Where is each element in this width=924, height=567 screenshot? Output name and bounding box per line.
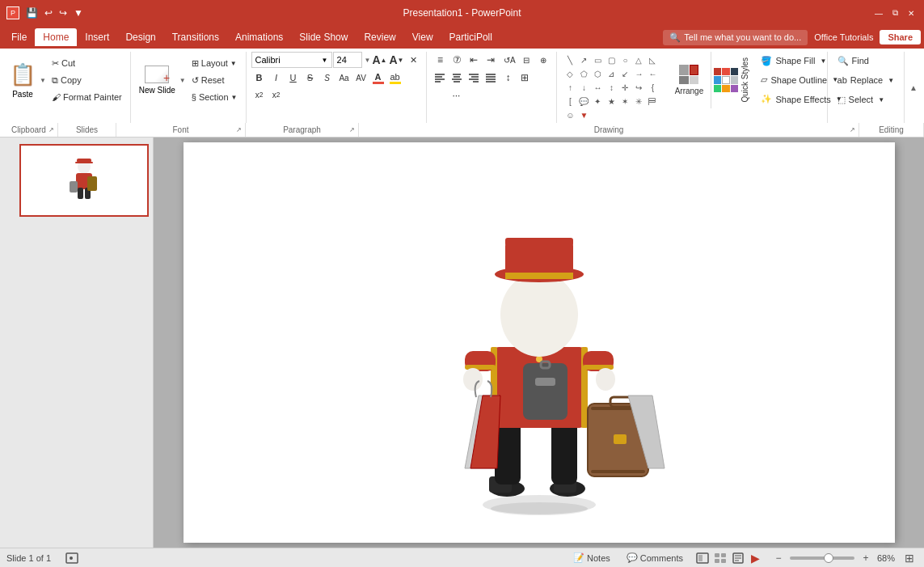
shape-pentagon[interactable]: ⬠ — [577, 67, 590, 80]
fit-to-window-button[interactable] — [61, 551, 83, 565]
shape-star6[interactable]: ✶ — [618, 95, 631, 108]
shape-down-arrow[interactable]: ↓ — [577, 81, 590, 94]
numbering-button[interactable]: ⑦ — [449, 52, 465, 68]
menu-design[interactable]: Design — [117, 28, 163, 46]
paste-button[interactable]: 📋 Paste — [6, 52, 39, 108]
slide-thumbnail-image[interactable] — [19, 144, 149, 217]
spacing-button[interactable]: AV — [353, 70, 369, 86]
shape-hexagon[interactable]: ⬡ — [591, 67, 604, 80]
superscript-button[interactable]: x2 — [268, 87, 285, 103]
ribbon-collapse-button[interactable]: ▲ — [905, 52, 922, 123]
slide-sorter-button[interactable] — [712, 551, 728, 565]
justify-button[interactable] — [483, 70, 499, 86]
find-button[interactable]: 🔍 Find — [833, 53, 900, 69]
shape-brace[interactable]: { — [646, 81, 659, 94]
drawing-expand-icon[interactable]: ↗ — [850, 126, 855, 133]
font-expand-icon[interactable]: ↗ — [236, 126, 242, 133]
canvas-area[interactable] — [154, 138, 924, 548]
quick-styles-button[interactable]: Quick Styles — [709, 56, 754, 104]
clipboard-expand-icon[interactable]: ↗ — [49, 126, 54, 133]
menu-review[interactable]: Review — [356, 28, 403, 46]
shape-arrow2[interactable]: ↙ — [618, 67, 631, 80]
menu-file[interactable]: File — [3, 28, 35, 46]
increase-font-button[interactable]: A▲ — [371, 52, 387, 68]
align-center-button[interactable] — [449, 70, 465, 86]
menu-transitions[interactable]: Transitions — [164, 28, 227, 46]
shape-star5[interactable]: ★ — [605, 95, 618, 108]
shape-arrow-line[interactable]: ↗ — [577, 53, 590, 66]
clear-format-button[interactable]: ✕ — [405, 52, 421, 68]
shape-lr-arrow[interactable]: ↔ — [591, 81, 604, 94]
shape-star8[interactable]: ✳ — [632, 95, 645, 108]
shape-rounded-rect[interactable]: ▢ — [605, 53, 618, 66]
text-shadow-button[interactable]: S — [319, 70, 335, 86]
align-left-button[interactable] — [432, 70, 448, 86]
align-right-button[interactable] — [466, 70, 482, 86]
arrange-button[interactable]: Arrange — [670, 52, 709, 108]
save-icon[interactable]: 💾 — [24, 6, 40, 20]
columns-button[interactable]: ⊞ — [517, 70, 533, 86]
shape-banner[interactable]: ⛿ — [646, 95, 659, 108]
zoom-out-button[interactable]: − — [770, 551, 787, 565]
format-painter-button[interactable]: 🖌 Format Painter — [49, 89, 125, 105]
bold-button[interactable]: B — [251, 70, 268, 86]
shape-line[interactable]: ╲ — [563, 53, 576, 66]
shape-left-arrow[interactable]: ← — [646, 67, 659, 80]
menu-view[interactable]: View — [404, 28, 441, 46]
shape-arrow[interactable]: ⊿ — [605, 67, 618, 80]
normal-view-button[interactable] — [694, 551, 711, 565]
menu-home[interactable]: Home — [35, 28, 77, 46]
underline-button[interactable]: U — [285, 70, 302, 86]
strikethrough-button[interactable]: S — [302, 70, 319, 86]
shape-star4[interactable]: ✦ — [591, 95, 604, 108]
new-slide-dropdown-arrow[interactable]: ▼ — [179, 52, 187, 108]
shape-right-arrow[interactable]: → — [632, 67, 645, 80]
bullets-button[interactable]: ≡ — [432, 52, 448, 68]
shapes-more[interactable]: ▼ — [577, 108, 590, 121]
cut-button[interactable]: ✂ Cut — [49, 55, 125, 71]
undo-icon[interactable]: ↩ — [43, 6, 54, 20]
comments-button[interactable]: 💬 Comments — [622, 551, 688, 565]
reading-view-button[interactable] — [730, 551, 746, 565]
menu-participoll[interactable]: ParticiPoll — [441, 28, 500, 46]
shape-circle[interactable]: ○ — [618, 53, 631, 66]
zoom-in-button[interactable]: + — [858, 551, 874, 565]
paragraph-expand-icon[interactable]: ↗ — [349, 126, 355, 133]
smartart-button[interactable]: ⊕ — [535, 52, 551, 68]
font-size-input[interactable]: 24 — [333, 52, 362, 68]
menu-animations[interactable]: Animations — [227, 28, 291, 46]
shape-curved-arrow[interactable]: ↪ — [632, 81, 645, 94]
align-text-button[interactable]: ⊟ — [518, 52, 534, 68]
replace-button[interactable]: ab Replace ▼ — [833, 72, 900, 88]
increase-indent-button[interactable]: ⇥ — [483, 52, 499, 68]
shape-ud-arrow[interactable]: ↕ — [605, 81, 618, 94]
para-extra1[interactable]: ··· — [432, 87, 480, 104]
shape-triangle[interactable]: △ — [632, 53, 645, 66]
menu-slideshow[interactable]: Slide Show — [291, 28, 356, 46]
section-button[interactable]: § Section ▼ — [188, 89, 241, 105]
reset-button[interactable]: ↺ Reset — [188, 72, 241, 88]
tell-me-input[interactable]: 🔍 Tell me what you want to do... — [663, 30, 808, 45]
notes-button[interactable]: 📝 Notes — [568, 551, 615, 565]
close-button[interactable]: ✕ — [905, 6, 918, 19]
shape-callout[interactable]: 💬 — [577, 95, 590, 108]
case-button[interactable]: Aa — [336, 70, 352, 86]
highlight-button[interactable]: ab — [387, 70, 403, 86]
fit-slide-button[interactable]: ⊞ — [901, 551, 918, 565]
decrease-font-button[interactable]: A▼ — [388, 52, 404, 68]
decrease-indent-button[interactable]: ⇤ — [466, 52, 482, 68]
menu-insert[interactable]: Insert — [77, 28, 117, 46]
new-slide-button[interactable]: + New Slide — [136, 52, 179, 108]
shape-up-arrow[interactable]: ↑ — [563, 81, 576, 94]
shape-rect[interactable]: ▭ — [591, 53, 604, 66]
share-button[interactable]: Share — [880, 30, 921, 44]
line-spacing-button[interactable]: ↕ — [500, 70, 516, 86]
slideshow-view-button[interactable]: ▶ — [748, 551, 764, 565]
layout-button[interactable]: ⊞ Layout ▼ — [188, 55, 241, 71]
copy-button[interactable]: ⧉ Copy — [49, 72, 125, 88]
select-button[interactable]: ⬚ Select ▼ — [833, 91, 900, 108]
subscript-button[interactable]: x2 — [251, 87, 268, 103]
shape-diamond[interactable]: ◇ — [563, 67, 576, 80]
office-tutorials-link[interactable]: Office Tutorials — [814, 32, 873, 42]
restore-button[interactable]: ⧉ — [888, 6, 901, 19]
